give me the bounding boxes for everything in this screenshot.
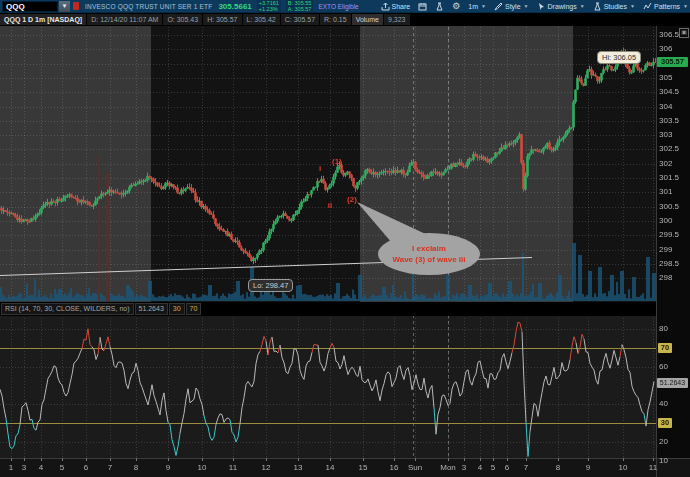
time-axis-label: 7	[108, 464, 112, 472]
chevron-down-icon: ▼	[524, 3, 529, 9]
chevron-down-icon: ▼	[683, 3, 688, 9]
time-axis-label: 6	[84, 464, 88, 472]
symbol-input[interactable]: QQQ	[2, 1, 58, 12]
calendar-button[interactable]	[418, 2, 427, 11]
style-label: Style	[505, 3, 521, 10]
low-value: L: 305.42	[243, 14, 280, 25]
maximize-icon[interactable]: ▣	[679, 28, 689, 38]
calendar-icon	[418, 2, 427, 11]
price-axis-label: 304	[659, 103, 672, 111]
price-axis-label: 303	[659, 131, 672, 139]
price-axis-label: 298.5	[659, 260, 679, 268]
time-axis-label: 16	[390, 464, 399, 472]
time-axis-label: 1	[9, 464, 13, 472]
rsi-value: 51.2643	[135, 303, 168, 315]
time-axis-label: 4	[39, 464, 43, 472]
price-axis-label: 303.5	[659, 117, 679, 125]
time-axis-label: 12	[262, 464, 271, 472]
volume-value: 9,323	[384, 14, 410, 25]
chevron-down-icon: ▼	[481, 3, 486, 9]
bid-ask-stack: B: 305.55 A: 305.57	[286, 0, 314, 12]
price-axis-label: 306	[659, 45, 672, 53]
patterns-button[interactable]: Patterns ▼	[643, 2, 688, 11]
rsi-oversold-label: 30	[169, 303, 185, 315]
rsi-axis-label: 10	[659, 457, 668, 465]
ask-value: A: 305.57	[288, 6, 312, 12]
session-low-bubble: Lo: 298.47	[248, 279, 293, 292]
symbol-input-group: QQQ ▼	[2, 1, 70, 12]
chart-toolbar: QQQ ▼ INVESCO QQQ TRUST UNIT SER 1 ETF 3…	[0, 0, 690, 13]
pct-change: +1.23%	[259, 6, 279, 12]
time-axis-label: 10	[198, 464, 207, 472]
time-axis-label: Sun	[408, 464, 422, 472]
session-high-bubble: Hi: 306.05	[597, 51, 641, 64]
time-axis-label: 5	[60, 464, 64, 472]
balloon-text-line2: Wave (3) of wave iii	[392, 255, 465, 265]
time-axis-label: 11	[649, 464, 657, 472]
time-axis-label: 8	[134, 464, 138, 472]
rsi-axis-label: 80	[659, 325, 668, 333]
price-axis-label: 298	[659, 274, 672, 282]
price-axis-label: 305	[659, 74, 672, 82]
share-label: Share	[392, 3, 411, 10]
rsi-axis-label: 60	[659, 363, 668, 371]
chart-datetime: D: 12/14/20 11:07 AM	[87, 14, 162, 25]
time-axis-label: 8	[556, 464, 560, 472]
thinkorswim-chart-window: I exclaim Wave (3) of wave iii QQQ ▼ INV…	[0, 0, 690, 477]
elliott-wave-label: ii	[328, 201, 332, 210]
open-value: O: 305.43	[163, 14, 202, 25]
symbol-dropdown-button[interactable]: ▼	[59, 1, 70, 12]
analysis-button[interactable]	[435, 2, 444, 11]
high-value: H: 305.57	[203, 14, 241, 25]
studies-button[interactable]: Studies ▼	[593, 2, 635, 11]
elliott-wave-label: (1)	[332, 157, 342, 166]
price-axis-label: 299.5	[659, 231, 679, 239]
gear-icon: ⚙	[452, 2, 460, 11]
chevron-down-icon: ▼	[630, 3, 635, 9]
balloon-text-line1: I exclaim	[412, 244, 446, 254]
time-axis-label: 6	[505, 464, 509, 472]
settings-button[interactable]: ⚙	[452, 2, 460, 11]
share-button[interactable]: Share	[381, 2, 411, 11]
time-axis-label: Mon	[440, 464, 456, 472]
timeframe-label: 1m	[468, 3, 478, 10]
price-axis-label: 302.5	[659, 145, 679, 153]
price-axis-label: 301.5	[659, 174, 679, 182]
chart-title: QQQ 1 D 1m [NASDAQ]	[0, 14, 86, 25]
link-color-badge[interactable]	[73, 2, 79, 10]
chart-canvas[interactable]	[0, 0, 690, 477]
price-axis-label: 301	[659, 188, 672, 196]
drawings-button[interactable]: Drawings ▼	[537, 2, 585, 11]
last-price: 305.5661	[218, 2, 251, 11]
time-axis-label: 3	[22, 464, 26, 472]
time-axis-label: 13	[294, 464, 303, 472]
time-axis-label: 14	[326, 464, 335, 472]
timeframe-button[interactable]: 1m ▼	[468, 3, 486, 10]
price-axis-label: 304.5	[659, 88, 679, 96]
price-axis-label: 300.5	[659, 203, 679, 211]
close-value: C: 305.57	[281, 14, 319, 25]
brush-icon	[494, 2, 503, 11]
time-axis-label: 4	[478, 464, 482, 472]
time-axis-label: 11	[229, 464, 237, 472]
chevron-down-icon: ▼	[580, 3, 585, 9]
patterns-icon	[643, 2, 652, 11]
elliott-wave-label: (2)	[347, 195, 357, 204]
price-axis-label: 306.5	[659, 31, 679, 39]
rsi-header-row: RSI (14, 70, 30, CLOSE, WILDERS, no) 51.…	[0, 302, 656, 316]
rsi-study-label[interactable]: RSI (14, 70, 30, CLOSE, WILDERS, no)	[1, 303, 134, 315]
rsi-axis-label: 40	[659, 400, 668, 408]
chevron-down-icon: ▼	[62, 3, 68, 9]
rsi-axis-label: 20	[659, 438, 668, 446]
exto-eligible-badge: EXTO Eligible	[318, 3, 358, 10]
time-axis-label: 3	[462, 464, 466, 472]
current-price-badge: 305.57	[657, 57, 688, 67]
range-value: R: 0.15	[320, 14, 351, 25]
flask-icon	[435, 2, 444, 11]
company-name: INVESCO QQQ TRUST UNIT SER 1 ETF	[85, 3, 212, 10]
rsi-overbought-badge: 70	[658, 343, 672, 353]
style-button[interactable]: Style ▼	[494, 2, 529, 11]
patterns-label: Patterns	[654, 3, 680, 10]
price-axis-label: 300	[659, 217, 672, 225]
chart-header-row: QQQ 1 D 1m [NASDAQ] D: 12/14/20 11:07 AM…	[0, 13, 690, 26]
